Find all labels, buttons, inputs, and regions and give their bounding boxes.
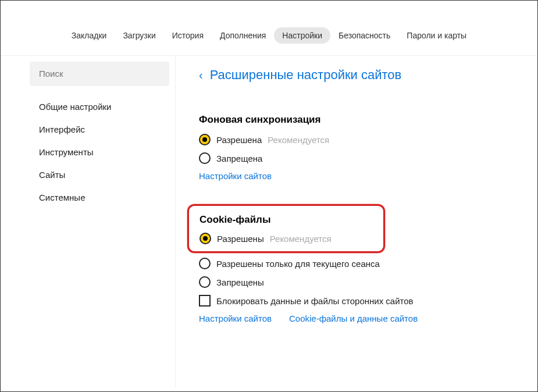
section-background-sync: Фоновая синхронизация Разрешена Рекоменд… [199,114,537,181]
sidebar-item-general[interactable]: Общие настройки [30,95,169,118]
cookies-option-blocked[interactable]: Запрещены [199,276,537,288]
sidebar: Общие настройки Интерфейс Инструменты Са… [30,56,175,387]
cookies-block-third-party[interactable]: Блокировать данные и файлы сторонних сай… [199,295,537,307]
nav-passwords[interactable]: Пароли и карты [398,27,475,44]
main-panel: ‹ Расширенные настройки сайтов Фоновая с… [175,56,537,387]
link-site-settings[interactable]: Настройки сайтов [199,313,272,323]
option-hint: Рекомендуется [270,234,332,244]
option-label: Разрешены [217,234,264,244]
radio-icon[interactable] [199,134,211,145]
option-hint: Рекомендуется [268,135,329,145]
section-cookies: Cookie-файлы Разрешены Рекомендуется Раз… [199,204,537,323]
nav-settings[interactable]: Настройки [274,27,330,44]
top-nav: Закладки Загрузки История Дополнения Нас… [1,1,537,56]
bgsync-links: Настройки сайтов [199,171,537,181]
highlight-box: Cookie-файлы Разрешены Рекомендуется [187,204,385,253]
link-cookie-data[interactable]: Cookie-файлы и данные сайтов [289,313,418,323]
search-input[interactable] [39,69,160,79]
option-label: Запрещены [216,277,264,287]
link-site-settings[interactable]: Настройки сайтов [199,171,272,181]
checkbox-icon[interactable] [199,295,211,307]
radio-icon[interactable] [199,258,211,269]
bgsync-option-allowed[interactable]: Разрешена Рекомендуется [199,134,537,145]
content-area: Общие настройки Интерфейс Инструменты Са… [1,56,537,387]
option-label: Запрещена [216,154,262,163]
radio-icon[interactable] [199,152,211,164]
chevron-left-icon[interactable]: ‹ [199,69,203,82]
sidebar-item-system[interactable]: Системные [30,186,169,209]
radio-icon[interactable] [199,233,211,244]
breadcrumb[interactable]: ‹ Расширенные настройки сайтов [199,67,537,83]
cookies-option-allowed[interactable]: Разрешены Рекомендуется [199,233,373,244]
sidebar-item-interface[interactable]: Интерфейс [30,118,169,141]
cookies-title: Cookie-файлы [199,214,373,226]
nav-history[interactable]: История [164,27,212,44]
nav-downloads[interactable]: Загрузки [115,27,163,44]
bgsync-option-blocked[interactable]: Запрещена [199,152,537,164]
nav-bookmarks[interactable]: Закладки [63,27,115,44]
option-label: Блокировать данные и файлы сторонних сай… [216,296,414,306]
sidebar-item-tools[interactable]: Инструменты [30,141,169,163]
option-label: Разрешена [216,135,262,145]
nav-extensions[interactable]: Дополнения [212,27,274,44]
nav-security[interactable]: Безопасность [330,27,398,44]
radio-icon[interactable] [199,276,211,288]
cookies-links: Настройки сайтов Cookie-файлы и данные с… [199,313,537,323]
option-label: Разрешены только для текущего сеанса [216,259,380,269]
sidebar-item-sites[interactable]: Сайты [30,163,169,186]
cookies-option-session[interactable]: Разрешены только для текущего сеанса [199,258,537,269]
bgsync-title: Фоновая синхронизация [199,114,537,126]
search-box[interactable] [30,62,169,86]
breadcrumb-title: Расширенные настройки сайтов [210,67,402,83]
